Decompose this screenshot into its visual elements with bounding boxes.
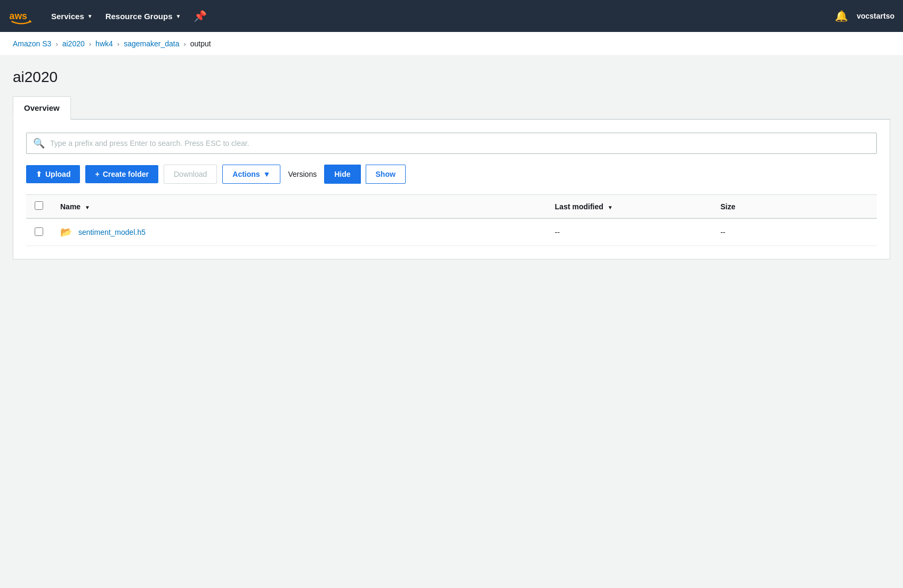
- download-label: Download: [174, 170, 207, 178]
- user-menu[interactable]: vocstartso: [857, 12, 894, 20]
- search-input[interactable]: [50, 139, 870, 148]
- breadcrumb-sep-3: ›: [117, 40, 119, 48]
- col-header-modified[interactable]: Last modified ▼: [546, 195, 712, 218]
- upload-label: Upload: [45, 170, 70, 178]
- overview-panel: 🔍 ⬆ Upload + Create folder Download Acti…: [13, 120, 890, 259]
- toolbar: ⬆ Upload + Create folder Download Action…: [26, 165, 877, 184]
- breadcrumb-ai2020-link[interactable]: ai2020: [62, 39, 85, 48]
- breadcrumb: Amazon S3 › ai2020 › hwk4 › sagemaker_da…: [0, 32, 903, 56]
- actions-chevron-icon: ▼: [263, 170, 271, 178]
- actions-button[interactable]: Actions ▼: [222, 165, 280, 184]
- actions-label: Actions: [232, 170, 260, 178]
- upload-button[interactable]: ⬆ Upload: [26, 165, 80, 183]
- col-header-name[interactable]: Name ▼: [52, 195, 546, 218]
- hide-label: Hide: [334, 170, 350, 178]
- last-modified-value: --: [555, 228, 560, 236]
- tab-overview-label: Overview: [24, 103, 60, 112]
- resource-groups-nav[interactable]: Resource Groups ▼: [99, 0, 188, 32]
- page-title: ai2020: [13, 69, 890, 86]
- row-name-cell: 📂 sentiment_model.h5: [52, 218, 546, 246]
- aws-logo[interactable]: aws: [9, 7, 34, 24]
- files-table-container: Name ▼ Last modified ▼ Size: [26, 194, 877, 246]
- main-content: ai2020 Overview 🔍 ⬆ Upload + Create fold…: [0, 56, 903, 259]
- services-nav[interactable]: Services ▼: [45, 0, 99, 32]
- row-checkbox[interactable]: [35, 227, 43, 236]
- svg-text:aws: aws: [10, 11, 27, 21]
- show-label: Show: [376, 170, 396, 178]
- row-checkbox-cell: [26, 218, 52, 246]
- show-button[interactable]: Show: [366, 165, 406, 184]
- size-value: --: [720, 228, 725, 236]
- create-folder-label: Create folder: [103, 170, 149, 178]
- nav-right-section: 🔔 vocstartso: [835, 10, 894, 22]
- search-container: 🔍: [26, 133, 877, 154]
- select-all-checkbox[interactable]: [35, 201, 43, 210]
- select-all-header: [26, 195, 52, 218]
- col-modified-label: Last modified: [555, 202, 603, 211]
- upload-icon: ⬆: [36, 170, 42, 178]
- top-navigation: aws Services ▼ Resource Groups ▼ 📌 🔔 voc…: [0, 0, 903, 32]
- table-body: 📂 sentiment_model.h5 -- --: [26, 218, 877, 246]
- plus-icon: +: [95, 170, 99, 178]
- versions-label: Versions: [288, 170, 317, 178]
- file-name-link[interactable]: sentiment_model.h5: [78, 228, 146, 236]
- tabs-bar: Overview: [13, 96, 890, 120]
- breadcrumb-sep-1: ›: [55, 40, 58, 48]
- folder-icon: 📂: [60, 226, 72, 238]
- tab-overview[interactable]: Overview: [13, 96, 71, 120]
- modified-sort-icon: ▼: [608, 205, 613, 210]
- row-size-cell: --: [712, 218, 877, 246]
- col-size-label: Size: [720, 202, 735, 211]
- search-icon: 🔍: [33, 137, 45, 149]
- breadcrumb-sagemaker-link[interactable]: sagemaker_data: [124, 39, 179, 48]
- table-row: 📂 sentiment_model.h5 -- --: [26, 218, 877, 246]
- resource-groups-label: Resource Groups: [106, 12, 173, 21]
- files-table: Name ▼ Last modified ▼ Size: [26, 195, 877, 246]
- hide-button[interactable]: Hide: [324, 165, 360, 184]
- breadcrumb-hwk4-link[interactable]: hwk4: [95, 39, 113, 48]
- resource-groups-chevron-icon: ▼: [176, 13, 181, 19]
- breadcrumb-sep-2: ›: [89, 40, 91, 48]
- breadcrumb-output-current: output: [190, 39, 211, 48]
- services-label: Services: [51, 12, 84, 21]
- services-chevron-icon: ▼: [87, 13, 93, 19]
- create-folder-button[interactable]: + Create folder: [85, 165, 158, 183]
- table-header-row: Name ▼ Last modified ▼ Size: [26, 195, 877, 218]
- download-button[interactable]: Download: [164, 165, 217, 184]
- col-header-size: Size: [712, 195, 877, 218]
- breadcrumb-s3-link[interactable]: Amazon S3: [13, 39, 51, 48]
- notifications-icon[interactable]: 🔔: [835, 10, 848, 22]
- pin-icon[interactable]: 📌: [187, 0, 213, 32]
- name-sort-icon: ▼: [85, 205, 90, 210]
- row-modified-cell: --: [546, 218, 712, 246]
- col-name-label: Name: [60, 202, 80, 211]
- breadcrumb-sep-4: ›: [183, 40, 186, 48]
